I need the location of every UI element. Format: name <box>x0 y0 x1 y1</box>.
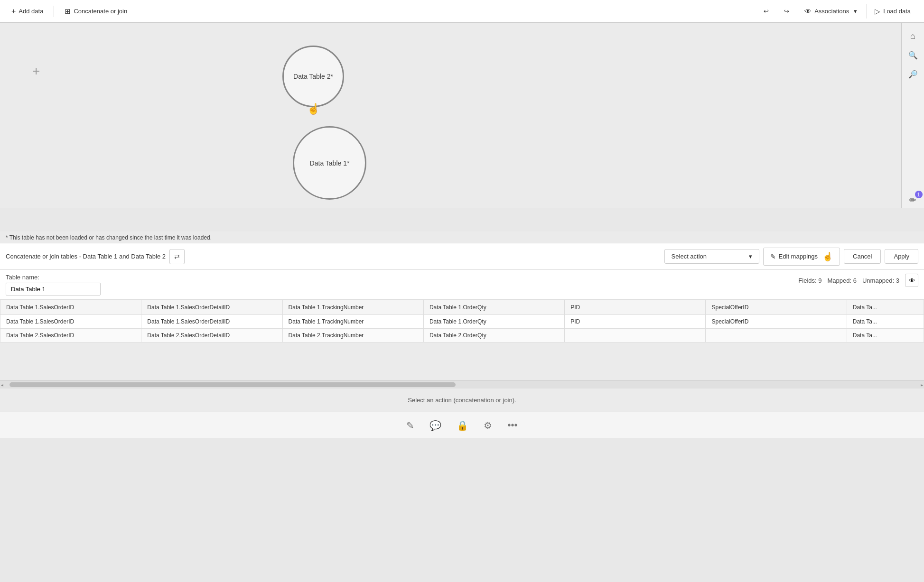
data-table-1-node[interactable]: Data Table 1* <box>293 126 366 200</box>
warning-message: * This table has not been loaded or has … <box>6 234 212 241</box>
edit-icon: ✎ <box>770 253 776 260</box>
nav-settings-icon: ⚙ <box>484 420 492 431</box>
row1-col2: Data Table 1.SalesOrderDetailID <box>141 315 282 329</box>
row1-col6-value: SpecialOfferID <box>711 318 748 325</box>
data-table-2-node[interactable]: Data Table 2* ☝ <box>282 46 344 107</box>
add-data-label: Add data <box>19 8 43 15</box>
row1-col7-value: Data Ta... <box>853 318 877 325</box>
mapped-count: Mapped: 6 <box>828 277 857 284</box>
row1-col3: Data Table 1.TrackingNumber <box>282 315 423 329</box>
nav-settings-button[interactable]: ⚙ <box>484 420 492 431</box>
edit-mappings-label: Edit mappings <box>779 253 818 260</box>
table-header-row: Data Table 1.SalesOrderID Data Table 1.S… <box>0 300 924 315</box>
eye-icon: 👁 <box>909 277 915 284</box>
row2-col5-empty <box>565 329 706 342</box>
cursor-hand-icon: ☝ <box>822 251 833 262</box>
scroll-left-arrow[interactable]: ◂ <box>1 382 3 388</box>
table-name-section: Table name: Fields: 9 Mapped: 6 Unmapped… <box>0 270 924 299</box>
select-action-chevron: ▾ <box>749 253 752 260</box>
fields-count: Fields: 9 <box>798 277 821 284</box>
row2-col3-value: Data Table 2.TrackingNumber <box>289 332 364 339</box>
table-name-group: Table name: <box>6 274 101 296</box>
add-node-button[interactable]: + <box>32 65 40 78</box>
separator <box>54 6 54 17</box>
select-action-button[interactable]: Select action ▾ <box>664 249 759 264</box>
undo-button[interactable]: ↩ <box>758 5 775 18</box>
col6-header-label: SpecialOfferID <box>711 304 748 311</box>
nav-lock-button[interactable]: 🔒 <box>457 420 468 431</box>
load-data-button[interactable]: ▷ Load data <box>867 4 918 18</box>
notification-button[interactable]: ✏ 1 <box>905 193 921 208</box>
table-name-input[interactable] <box>6 283 101 296</box>
table-row: Data Table 2.SalesOrderID Data Table 2.S… <box>0 329 924 342</box>
bottom-nav: ✎ 💬 🔒 ⚙ ••• <box>0 412 924 438</box>
cancel-button[interactable]: Cancel <box>844 249 881 264</box>
scroll-area[interactable]: ◂ ▸ <box>0 380 924 388</box>
associations-button[interactable]: 👁 Associations ▾ <box>799 4 863 18</box>
fields-summary: Fields: 9 Mapped: 6 Unmapped: 3 👁 <box>798 274 918 287</box>
col-header-2: Data Table 1.SalesOrderDetailID <box>141 300 282 315</box>
row1-col5-value: PID <box>570 318 580 325</box>
nav-more-button[interactable]: ••• <box>507 420 517 431</box>
bottom-toolbar-right: Select action ▾ ✎ Edit mappings ☝ Cancel… <box>664 248 918 266</box>
apply-label: Apply <box>894 253 909 260</box>
row2-col6-empty <box>706 329 847 342</box>
redo-icon: ↪ <box>784 8 789 15</box>
col-header-7: Data Ta... <box>847 300 924 315</box>
swap-button[interactable]: ⇄ <box>169 249 185 264</box>
cursor-indicator: ☝ <box>307 103 320 115</box>
canvas-area: + Data Table 2* ☝ Data Table 1* ⌂ 🔍 🔍 ✏ … <box>0 23 924 208</box>
zoom-in-button[interactable]: 🔍 <box>905 47 921 63</box>
chevron-down-icon: ▾ <box>854 8 857 15</box>
table-row: Data Table 1.SalesOrderID Data Table 1.S… <box>0 315 924 329</box>
row2-col1-value: Data Table 2.SalesOrderID <box>6 332 74 339</box>
table-node-1-label: Data Table 1* <box>310 159 350 167</box>
toolbar-right: ↩ ↪ 👁 Associations ▾ ▷ Load data <box>758 4 918 18</box>
panel-title: Concatenate or join tables - Data Table … <box>6 253 166 260</box>
status-bar: Select an action (concatenation or join)… <box>0 388 924 412</box>
col-header-3: Data Table 1.TrackingNumber <box>282 300 423 315</box>
swap-icon: ⇄ <box>174 253 180 260</box>
scroll-right-arrow[interactable]: ▸ <box>921 382 923 388</box>
eye-associations-icon: 👁 <box>804 7 812 15</box>
data-table: Data Table 1.SalesOrderID Data Table 1.S… <box>0 300 924 342</box>
notification-badge: 1 <box>915 191 923 198</box>
nav-chat-button[interactable]: 💬 <box>429 420 441 431</box>
row1-col4: Data Table 1.OrderQty <box>423 315 564 329</box>
row2-col7: Data Ta... <box>847 329 924 342</box>
bottom-panel: Concatenate or join tables - Data Table … <box>0 243 924 342</box>
col7-header-label: Data Ta... <box>853 304 877 311</box>
cancel-label: Cancel <box>853 253 872 260</box>
add-data-button[interactable]: + Add data <box>6 4 49 18</box>
nav-more-icon: ••• <box>507 420 517 431</box>
top-toolbar: + Add data ⊞ Concatenate or join ↩ ↪ 👁 A… <box>0 0 924 23</box>
nav-edit-button[interactable]: ✎ <box>406 420 414 431</box>
zoom-out-button[interactable]: 🔍 <box>905 66 921 82</box>
row1-col6: SpecialOfferID <box>706 315 847 329</box>
col-header-6: SpecialOfferID <box>706 300 847 315</box>
redo-button[interactable]: ↪ <box>778 5 795 18</box>
visibility-toggle-button[interactable]: 👁 <box>905 274 918 287</box>
row2-col3: Data Table 2.TrackingNumber <box>282 329 423 342</box>
scroll-thumb[interactable] <box>9 382 456 387</box>
row2-col2: Data Table 2.SalesOrderDetailID <box>141 329 282 342</box>
col-header-5: PID <box>565 300 706 315</box>
warning-text-container: * This table has not been loaded or has … <box>0 231 924 243</box>
table-name-label: Table name: <box>6 274 101 281</box>
plus-icon: + <box>32 64 40 78</box>
apply-button[interactable]: Apply <box>885 249 918 264</box>
row1-col2-value: Data Table 1.SalesOrderDetailID <box>147 318 230 325</box>
badge-count-label: 1 <box>917 192 920 197</box>
canvas-container: + Data Table 2* ☝ Data Table 1* ⌂ 🔍 🔍 ✏ … <box>0 23 924 231</box>
associations-label: Associations <box>814 8 849 15</box>
concatenate-join-button[interactable]: ⊞ Concatenate or join <box>59 4 133 18</box>
select-action-label: Select action <box>672 253 707 260</box>
right-sidebar: ⌂ 🔍 🔍 ✏ 1 <box>901 23 924 208</box>
col2-header-label: Data Table 1.SalesOrderDetailID <box>147 304 230 311</box>
edit-mappings-button[interactable]: ✎ Edit mappings ☝ <box>763 248 840 266</box>
row1-col1: Data Table 1.SalesOrderID <box>0 315 141 329</box>
col5-header-label: PID <box>570 304 580 311</box>
home-button[interactable]: ⌂ <box>905 28 921 44</box>
row2-col4-value: Data Table 2.OrderQty <box>429 332 486 339</box>
row1-col5: PID <box>565 315 706 329</box>
